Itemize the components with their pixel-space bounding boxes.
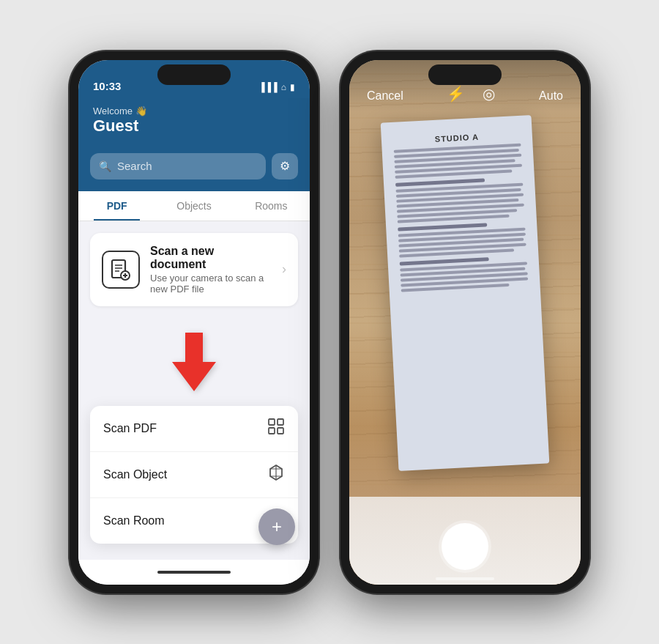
scan-card-text: Scan a new document Use your camera to s… (150, 245, 272, 295)
right-screen: STUDIO A (349, 60, 581, 585)
arrow-container (78, 318, 310, 406)
scan-card-title: Scan a new document (150, 245, 272, 271)
camera-cancel-button[interactable]: Cancel (367, 89, 403, 103)
search-icon: 🔍 (99, 160, 111, 172)
scan-pdf-icon (267, 418, 285, 440)
chevron-right-icon: › (282, 262, 286, 277)
scan-pdf-label: Scan PDF (103, 422, 157, 435)
scan-object-label: Scan Object (103, 468, 167, 481)
tab-pdf[interactable]: PDF (78, 191, 155, 221)
search-placeholder: Search (117, 160, 152, 172)
camera-view: STUDIO A (349, 60, 581, 585)
tab-objects-label: Objects (176, 200, 211, 212)
settings-button[interactable]: ⚙ (272, 153, 298, 179)
gear-icon: ⚙ (280, 159, 290, 173)
lens-icon[interactable]: ◎ (483, 85, 495, 103)
svg-marker-7 (172, 333, 216, 391)
down-arrow-icon (172, 333, 216, 399)
tabs-container: PDF Objects Rooms (78, 191, 310, 221)
dynamic-island-left (157, 64, 231, 85)
left-phone: 10:33 ▐▐▐ ⌂ ▮ Welcome 👋 Guest 🔍 Search ⚙ (70, 51, 319, 593)
content-area: Scan a new document Use your camera to s… (78, 221, 310, 560)
doc-section-4 (400, 255, 529, 292)
scan-card-subtitle: Use your camera to scan a new PDF file (150, 273, 272, 295)
tab-objects[interactable]: Objects (155, 191, 232, 221)
document-paper: STUDIO A (381, 114, 550, 470)
dynamic-island-right (428, 64, 502, 85)
scan-object-option[interactable]: Scan Object (90, 452, 298, 498)
search-bar[interactable]: 🔍 Search (90, 153, 266, 179)
search-container: 🔍 Search ⚙ (78, 147, 310, 191)
doc-section-2 (395, 176, 525, 223)
left-screen: 10:33 ▐▐▐ ⌂ ▮ Welcome 👋 Guest 🔍 Search ⚙ (78, 60, 310, 585)
right-phone: STUDIO A (340, 51, 589, 593)
tab-pdf-label: PDF (107, 200, 127, 212)
tab-rooms[interactable]: Rooms (233, 191, 310, 221)
user-name: Guest (93, 116, 295, 136)
svg-rect-11 (278, 428, 283, 434)
svg-rect-8 (269, 419, 275, 425)
home-indicator (78, 560, 310, 585)
battery-icon: ▮ (290, 82, 295, 92)
svg-rect-10 (269, 428, 275, 434)
svg-rect-9 (278, 419, 283, 425)
doc-paragraph-1 (394, 143, 523, 178)
camera-bottom-indicator (436, 577, 494, 580)
status-time: 10:33 (93, 80, 121, 92)
camera-controls: ⚡ ◎ (447, 85, 495, 103)
document-title: STUDIO A (393, 130, 521, 145)
scan-card-icon (102, 251, 140, 289)
wifi-icon: ⌂ (281, 82, 286, 92)
tab-rooms-label: Rooms (255, 200, 287, 212)
home-bar (157, 571, 231, 574)
shutter-button[interactable] (442, 523, 488, 570)
floating-action-button[interactable]: + (258, 508, 295, 545)
scan-object-icon (267, 464, 285, 486)
doc-section-3 (398, 221, 526, 257)
scan-new-document-card[interactable]: Scan a new document Use your camera to s… (90, 233, 298, 306)
scan-room-label: Scan Room (103, 514, 165, 528)
flash-icon[interactable]: ⚡ (447, 85, 465, 103)
welcome-label: Welcome 👋 (93, 106, 295, 116)
status-icons: ▐▐▐ ⌂ ▮ (258, 82, 295, 92)
camera-bottom-bar (349, 523, 581, 570)
app-header: Welcome 👋 Guest (78, 98, 310, 147)
plus-icon: + (272, 517, 282, 537)
signal-icon: ▐▐▐ (258, 82, 278, 92)
camera-auto-label[interactable]: Auto (539, 89, 563, 103)
scan-pdf-option[interactable]: Scan PDF (90, 406, 298, 452)
